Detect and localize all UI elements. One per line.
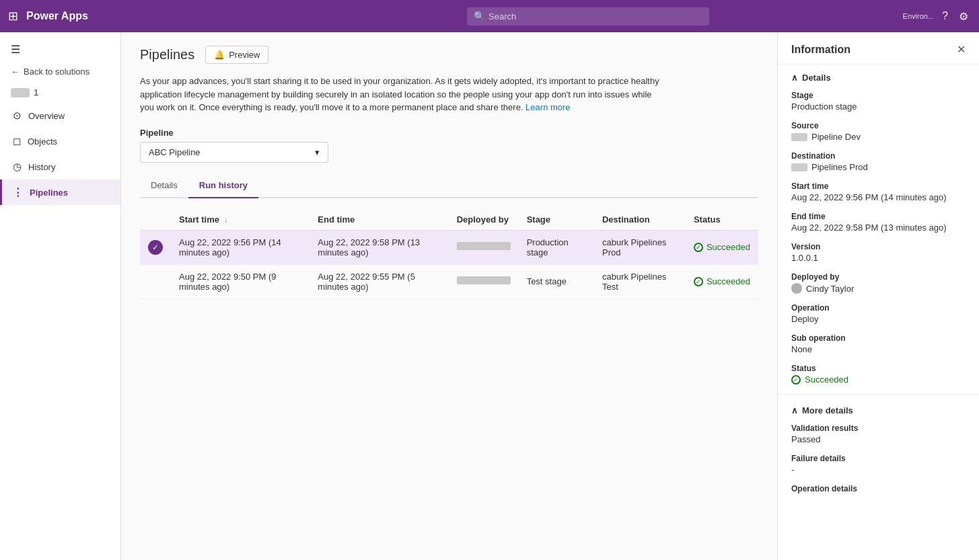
sub-operation-value: None [791, 344, 966, 354]
stage-value: Production stage [791, 102, 966, 112]
info-status: Status ✓ Succeeded [778, 361, 979, 391]
preview-icon: 🔔 [214, 50, 225, 60]
row-deployed-by [449, 230, 519, 264]
top-navigation: ⊞ Power Apps 🔍 Environ... ? ⚙ [0, 0, 979, 32]
sidebar-item-label-pipelines: Pipelines [30, 188, 68, 198]
col-select [140, 209, 171, 231]
sidebar-item-objects[interactable]: ◻ Objects [0, 128, 120, 154]
preview-label: Preview [229, 50, 260, 60]
details-section-header[interactable]: ∧ Details [778, 65, 979, 88]
end-time-value: Aug 22, 2022 9:58 PM (13 minutes ago) [791, 223, 966, 233]
operation-value: Deploy [791, 314, 966, 324]
row-start-time: Aug 22, 2022 9:56 PM (14 minutes ago) [171, 230, 310, 264]
history-icon: ◷ [13, 161, 22, 173]
description-text: As your app advances, you'll start shari… [140, 75, 665, 114]
sidebar-item-label-history: History [28, 162, 55, 172]
sidebar: ☰ ← Back to solutions 1 ⊙ Overview ◻ Obj… [0, 32, 121, 560]
info-panel: Information ✕ ∧ Details Stage Production… [777, 32, 979, 560]
nav-icons: Environ... ? ⚙ [903, 7, 971, 26]
back-to-solutions[interactable]: ← Back to solutions [0, 61, 120, 82]
run-history-table: Start time ↓ End time Deployed by Stage … [140, 209, 758, 299]
pipeline-section: Pipeline ABC Pipeline ▾ [140, 128, 758, 163]
table-row[interactable]: Aug 22, 2022 9:50 PM (9 minutes ago) Aug… [140, 264, 758, 298]
operation-details-label: Operation details [791, 484, 966, 493]
main-content: Pipelines 🔔 Preview As your app advances… [121, 32, 777, 560]
version-label: Version [791, 242, 966, 251]
search-input[interactable] [467, 7, 709, 26]
tab-details[interactable]: Details [140, 173, 188, 198]
table-header-row: Start time ↓ End time Deployed by Stage … [140, 209, 758, 231]
failure-value: - [791, 465, 966, 475]
waffle-icon[interactable]: ⊞ [8, 9, 18, 24]
col-start-time[interactable]: Start time ↓ [171, 209, 310, 231]
table-row[interactable]: ✓ Aug 22, 2022 9:56 PM (14 minutes ago) … [140, 230, 758, 264]
pipeline-dropdown[interactable]: ABC Pipeline ▾ [140, 142, 328, 163]
overview-icon: ⊙ [13, 110, 22, 122]
start-time-label: Start time [791, 182, 966, 191]
info-stage: Stage Production stage [778, 88, 979, 118]
row-stage: Test stage [519, 264, 594, 298]
info-version: Version 1.0.0.1 [778, 239, 979, 270]
source-value: Pipeline Dev [811, 132, 861, 142]
row-stage: Production stage [519, 230, 594, 264]
tabs-row: Details Run history [140, 173, 758, 198]
sidebar-item-pipelines[interactable]: ⋮ Pipelines [0, 179, 120, 205]
deployed-by-value: Cindy Taylor [806, 284, 854, 294]
page-header: Pipelines 🔔 Preview [140, 46, 758, 64]
status-check-icon: ✓ [694, 243, 703, 252]
chevron-down-icon: ▾ [315, 147, 320, 157]
env-number: 1 [34, 87, 38, 97]
app-body: ☰ ← Back to solutions 1 ⊙ Overview ◻ Obj… [0, 32, 979, 560]
help-icon[interactable]: ? [939, 7, 951, 25]
pipeline-value: ABC Pipeline [149, 147, 201, 157]
info-destination: Destination Pipelines Prod [778, 149, 979, 179]
env-label: Environ... [903, 12, 934, 20]
info-end-time: End time Aug 22, 2022 9:58 PM (13 minute… [778, 209, 979, 239]
row-end-time: Aug 22, 2022 9:58 PM (13 minutes ago) [310, 230, 448, 264]
sidebar-item-label-objects: Objects [28, 136, 57, 147]
more-details-section-header[interactable]: ∧ More details [778, 397, 979, 421]
status-check-icon: ✓ [694, 277, 703, 286]
end-time-label: End time [791, 212, 966, 221]
start-time-value: Aug 22, 2022 9:56 PM (14 minutes ago) [791, 192, 966, 202]
source-value-row: Pipeline Dev [791, 132, 966, 142]
source-label: Source [791, 121, 966, 130]
close-button[interactable]: ✕ [957, 43, 966, 56]
details-section-label: Details [802, 73, 831, 83]
col-stage: Stage [519, 209, 594, 231]
row-end-time: Aug 22, 2022 9:55 PM (5 minutes ago) [310, 264, 448, 298]
sidebar-hamburger[interactable]: ☰ [0, 38, 120, 61]
col-deployed-by: Deployed by [449, 209, 519, 231]
info-source: Source Pipeline Dev [778, 118, 979, 149]
info-operation: Operation Deploy [778, 301, 979, 331]
destination-label: Destination [791, 151, 966, 161]
app-title: Power Apps [26, 10, 88, 22]
info-deployed-by: Deployed by Cindy Taylor [778, 270, 979, 301]
more-details-chevron-icon: ∧ [791, 405, 798, 415]
settings-icon[interactable]: ⚙ [956, 7, 971, 26]
destination-value: Pipelines Prod [811, 162, 868, 172]
sub-operation-label: Sub operation [791, 333, 966, 343]
learn-more-link[interactable]: Learn more [525, 102, 570, 112]
row-select-icon: ✓ [140, 230, 171, 264]
info-validation: Validation results Passed [778, 421, 979, 451]
status-label: Status [791, 364, 966, 373]
sidebar-item-overview[interactable]: ⊙ Overview [0, 103, 120, 128]
search-wrapper: 🔍 [467, 7, 709, 26]
info-operation-details: Operation details [778, 481, 979, 502]
row-destination: caburk Pipelines Prod [594, 230, 686, 264]
version-value: 1.0.0.1 [791, 253, 966, 263]
row-destination: caburk Pipelines Test [594, 264, 686, 298]
row-start-time: Aug 22, 2022 9:50 PM (9 minutes ago) [171, 264, 310, 298]
chevron-up-icon: ∧ [791, 73, 798, 83]
validation-label: Validation results [791, 424, 966, 433]
validation-value: Passed [791, 434, 966, 444]
tab-run-history[interactable]: Run history [188, 173, 258, 198]
preview-button[interactable]: 🔔 Preview [205, 46, 268, 64]
objects-icon: ◻ [13, 135, 21, 147]
failure-label: Failure details [791, 454, 966, 463]
info-sub-operation: Sub operation None [778, 331, 979, 361]
sidebar-item-history[interactable]: ◷ History [0, 154, 120, 179]
page-title: Pipelines [140, 47, 194, 63]
source-badge [791, 133, 807, 141]
